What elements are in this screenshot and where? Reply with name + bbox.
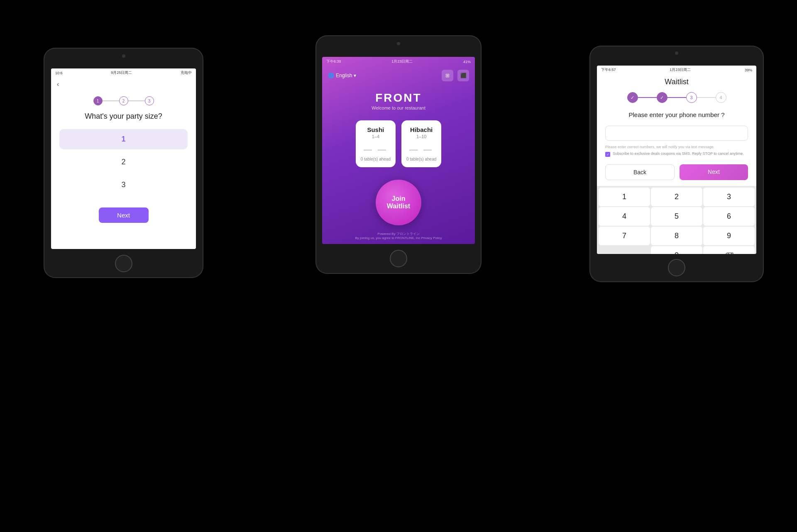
left-status-bar: 10:6 9月25日周二 充电中: [51, 68, 196, 77]
right-home-button[interactable]: [668, 259, 685, 276]
center-tablet: 下午6:39 1月23日周二 41% 🌐 English ▾ ⊞ ⬛: [315, 35, 482, 274]
center-date: 1月23日周二: [391, 59, 413, 64]
scene: 10:6 9月25日周二 充电中 ‹ 1 2 3 What's your par…: [0, 0, 797, 532]
numpad-key-2[interactable]: 2: [651, 188, 702, 206]
numpad-delete-key[interactable]: ⌫: [703, 246, 755, 254]
right-step-line-2: [667, 97, 686, 98]
left-battery: 充电中: [181, 70, 192, 76]
party-option-1[interactable]: 1: [59, 129, 188, 149]
numpad-key-empty: [599, 246, 650, 254]
sushi-section-card[interactable]: Sushi 1–4 — — 0 table(s) ahead: [356, 120, 396, 167]
right-screen-title: Waitlist: [597, 74, 756, 88]
numpad-key-9[interactable]: 9: [703, 227, 755, 245]
right-step-1: ✓: [627, 92, 638, 103]
sms-subscribe-text: Subscribe to exclusive deals coupons via…: [613, 151, 744, 156]
back-button-left[interactable]: ‹: [51, 77, 196, 91]
right-step-2: ✓: [657, 92, 667, 103]
party-option-3[interactable]: 3: [59, 175, 188, 195]
right-date: 1月23日周二: [670, 67, 691, 73]
numpad-key-1[interactable]: 1: [599, 188, 650, 206]
left-tablet-camera: [122, 54, 125, 58]
numpad-key-4[interactable]: 4: [599, 207, 650, 226]
step-line-1: [103, 100, 119, 101]
numpad-key-6[interactable]: 6: [703, 207, 755, 226]
right-step-3: 3: [686, 92, 697, 103]
step-3: 3: [145, 96, 154, 105]
sushi-ahead: 0 table(s) ahead: [361, 157, 391, 161]
center-title-area: FRONT Welcome to our restaurant: [372, 91, 425, 110]
right-screen-inner: 下午6:57 1月23日周二 39% Waitlist ✓ ✓ 3 4 P: [597, 66, 756, 254]
back-button-right[interactable]: Back: [605, 164, 675, 180]
numpad-key-3[interactable]: 3: [703, 188, 755, 206]
center-tablet-screen: 下午6:39 1月23日周二 41% 🌐 English ▾ ⊞ ⬛: [322, 57, 475, 244]
center-screen-inner: 下午6:39 1月23日周二 41% 🌐 English ▾ ⊞ ⬛: [322, 57, 475, 244]
next-button-left[interactable]: Next: [99, 207, 149, 223]
grid-icon[interactable]: ⊞: [442, 70, 453, 81]
numpad-key-7[interactable]: 7: [599, 227, 650, 245]
party-size-options: 1 2 3: [59, 129, 188, 195]
globe-icon: 🌐: [328, 73, 334, 78]
language-label: English: [336, 73, 352, 78]
center-tablet-camera: [397, 42, 400, 45]
left-tablet-screen: 10:6 9月25日周二 充电中 ‹ 1 2 3 What's your par…: [51, 68, 196, 249]
sushi-dash: — —: [364, 145, 388, 154]
step-line-2: [128, 100, 145, 101]
center-footer: Powered By フロントライン By joining us, you ag…: [351, 227, 446, 244]
center-top-bar: 🌐 English ▾ ⊞ ⬛: [322, 66, 475, 85]
phone-input[interactable]: [605, 126, 748, 141]
right-status-bar: 下午6:57 1月23日周二 39%: [597, 66, 756, 74]
left-screen-title: What's your party size?: [51, 108, 196, 129]
right-battery: 39%: [745, 68, 752, 72]
right-step-indicator: ✓ ✓ 3 4: [597, 88, 756, 107]
left-tablet: 10:6 9月25日周二 充电中 ‹ 1 2 3 What's your par…: [44, 48, 203, 278]
left-time: 10:6: [55, 71, 63, 75]
numpad-key-8[interactable]: 8: [651, 227, 702, 245]
center-time: 下午6:39: [326, 59, 341, 64]
sushi-name: Sushi: [367, 126, 384, 133]
right-time: 下午6:57: [601, 67, 616, 73]
join-line1: Join: [392, 195, 406, 203]
dropdown-icon: ▾: [354, 73, 356, 78]
hibachi-section-card[interactable]: Hibachi 1–10 — — 0 table(s) ahead: [401, 120, 441, 167]
join-waitlist-button[interactable]: Join Waitlist: [376, 180, 421, 225]
next-button-right[interactable]: Next: [680, 164, 748, 180]
center-action-icons: ⊞ ⬛: [442, 70, 469, 81]
left-step-indicator: 1 2 3: [51, 91, 196, 108]
sms-checkbox[interactable]: ✓: [605, 152, 610, 157]
center-battery: 41%: [463, 60, 471, 64]
party-option-2[interactable]: 2: [59, 152, 188, 172]
sms-subscribe-row: ✓ Subscribe to exclusive deals coupons v…: [597, 150, 756, 159]
language-selector[interactable]: 🌐 English ▾: [328, 73, 356, 78]
right-step-line-3: [697, 97, 716, 98]
sections-row: Sushi 1–4 — — 0 table(s) ahead Hibachi 1…: [347, 120, 450, 167]
right-action-buttons: Back Next: [597, 159, 756, 186]
join-button-wrapper: Join Waitlist: [376, 180, 421, 225]
phone-hint: Please enter correct numbers, we will no…: [597, 144, 756, 150]
right-tablet: 下午6:57 1月23日周二 39% Waitlist ✓ ✓ 3 4 P: [589, 46, 764, 282]
hibachi-range: 1–10: [416, 134, 426, 139]
left-home-button[interactable]: [115, 255, 132, 272]
hibachi-name: Hibachi: [410, 126, 433, 133]
join-line2: Waitlist: [387, 203, 410, 210]
right-tablet-camera: [675, 51, 678, 55]
hibachi-dash: — —: [409, 145, 433, 154]
sushi-range: 1–4: [372, 134, 379, 139]
right-tablet-screen: 下午6:57 1月23日周二 39% Waitlist ✓ ✓ 3 4 P: [597, 66, 756, 254]
left-date: 9月25日周二: [111, 70, 132, 76]
center-home-button[interactable]: [390, 250, 407, 267]
restaurant-subtitle: Welcome to our restaurant: [372, 105, 425, 110]
scan-icon[interactable]: ⬛: [457, 70, 469, 81]
right-step-line-1: [638, 97, 657, 98]
numpad: 1 2 3 4 5 6 7 8 9 0 ⌫: [597, 186, 756, 254]
phone-question: Please enter your phone number ?: [597, 107, 756, 122]
footer-line1: Powered By フロントライン: [355, 232, 442, 236]
right-step-4: 4: [716, 92, 726, 103]
restaurant-name: FRONT: [372, 91, 425, 105]
footer-line2: By joining us, you agree to FRONTLINE, I…: [355, 236, 442, 240]
hibachi-ahead: 0 table(s) ahead: [406, 157, 436, 161]
center-status-bar: 下午6:39 1月23日周二 41%: [322, 57, 475, 66]
numpad-key-5[interactable]: 5: [651, 207, 702, 226]
step-1: 1: [93, 96, 103, 105]
step-2: 2: [119, 96, 128, 105]
numpad-key-0[interactable]: 0: [651, 246, 702, 254]
